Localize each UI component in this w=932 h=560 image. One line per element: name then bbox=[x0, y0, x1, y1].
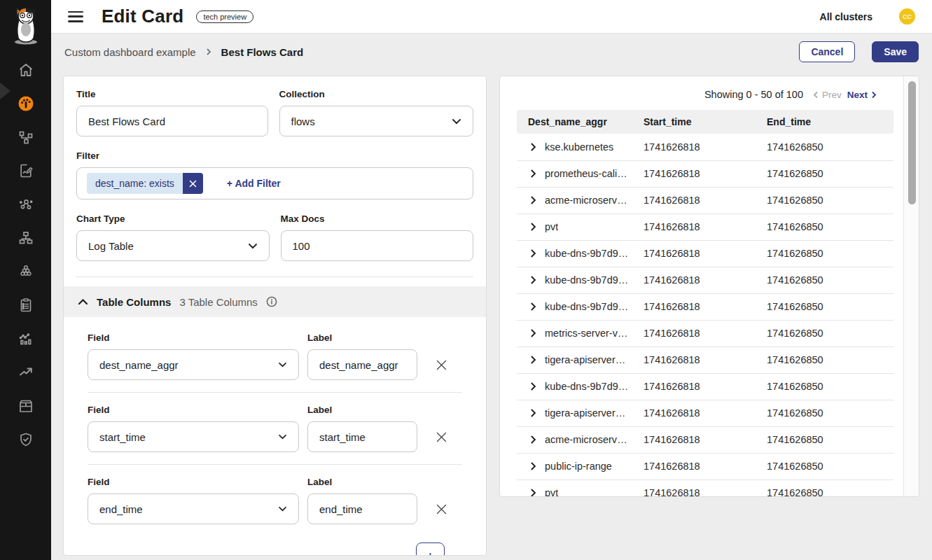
sidebar-item-network-sets[interactable] bbox=[12, 230, 40, 246]
table-row[interactable]: metrics-server-v1.3… 1741626818 17416268… bbox=[517, 320, 893, 346]
expand-row-icon[interactable] bbox=[531, 196, 536, 204]
table-row[interactable]: acme-microservice… 1741626818 1741626850 bbox=[517, 187, 893, 214]
table-columns-title: Table Columns bbox=[97, 296, 171, 308]
cell-start-time: 1741626818 bbox=[644, 426, 767, 453]
cluster-selector[interactable]: All clusters bbox=[820, 11, 872, 22]
vertical-scrollbar[interactable] bbox=[903, 76, 919, 496]
expand-row-icon[interactable] bbox=[531, 409, 536, 417]
table-row[interactable]: pvt 1741626818 1741626850 bbox=[517, 479, 893, 497]
sidebar-item-connections[interactable] bbox=[12, 196, 40, 213]
table-row[interactable]: kube-dns-9b7d977f… 1741626818 1741626850 bbox=[517, 267, 893, 293]
filter-chip-remove-icon[interactable] bbox=[183, 173, 203, 194]
chart-type-select[interactable]: Log Table bbox=[76, 230, 270, 261]
cell-dest-name: tigera-apiserver-6b… bbox=[545, 407, 629, 419]
remove-column-button[interactable] bbox=[426, 493, 457, 524]
expand-row-icon[interactable] bbox=[531, 169, 536, 178]
expand-row-icon[interactable] bbox=[531, 435, 536, 444]
cancel-button[interactable]: Cancel bbox=[799, 41, 855, 62]
close-icon bbox=[436, 431, 447, 443]
sidebar-item-service-graph[interactable] bbox=[12, 129, 40, 146]
row-divider bbox=[88, 392, 462, 393]
remove-column-button[interactable] bbox=[426, 421, 457, 452]
remove-column-button[interactable] bbox=[426, 349, 457, 380]
table-row[interactable]: pvt 1741626818 1741626850 bbox=[517, 214, 893, 240]
expand-row-icon[interactable] bbox=[531, 382, 536, 391]
add-filter-link[interactable]: + Add Filter bbox=[227, 178, 281, 189]
label-input[interactable] bbox=[307, 349, 417, 380]
sidebar-item-security[interactable] bbox=[12, 431, 40, 448]
column-header-end-time[interactable]: End_time bbox=[767, 110, 893, 134]
label-input[interactable] bbox=[307, 493, 417, 524]
next-button[interactable]: Next bbox=[847, 90, 877, 100]
expand-row-icon[interactable] bbox=[531, 223, 536, 231]
cell-end-time: 1741626850 bbox=[767, 187, 893, 214]
table-columns-section-header[interactable]: Table Columns 3 Table Columns bbox=[64, 286, 486, 317]
expand-row-icon[interactable] bbox=[531, 143, 536, 151]
cell-start-time: 1741626818 bbox=[644, 320, 767, 346]
cell-end-time: 1741626850 bbox=[767, 320, 893, 346]
cell-start-time: 1741626818 bbox=[644, 160, 767, 187]
expand-row-icon[interactable] bbox=[531, 249, 536, 258]
table-row[interactable]: kube-dns-9b7d977f… 1741626818 1741626850 bbox=[517, 293, 893, 320]
filter-box[interactable]: dest_name: exists + Add Filter bbox=[76, 167, 473, 200]
cell-start-time: 1741626818 bbox=[644, 453, 767, 479]
cell-dest-name: kube-dns-9b7d977f… bbox=[545, 381, 629, 392]
column-row: Field start_time Label bbox=[88, 405, 462, 452]
column-header-dest-name-aggr[interactable]: Dest_name_aggr bbox=[517, 110, 644, 134]
chevron-down-icon bbox=[278, 434, 287, 440]
field-select[interactable]: dest_name_aggr bbox=[88, 349, 299, 380]
calico-cat-logo[interactable] bbox=[8, 6, 44, 46]
expand-row-icon[interactable] bbox=[531, 302, 536, 311]
table-row[interactable]: acme-microservice… 1741626818 1741626850 bbox=[517, 426, 893, 453]
sidebar-item-home[interactable] bbox=[12, 62, 40, 78]
scrollbar-thumb[interactable] bbox=[908, 81, 916, 204]
table-row[interactable]: kube-dns-9b7d977f… 1741626818 1741626850 bbox=[517, 373, 893, 400]
expand-row-icon[interactable] bbox=[531, 462, 536, 470]
sidebar-item-packages[interactable] bbox=[12, 398, 40, 414]
chevron-right-icon bbox=[871, 91, 877, 99]
cell-dest-name: tigera-apiserver-6b… bbox=[545, 354, 629, 365]
table-row[interactable]: kse.kubernetes 1741626818 1741626850 bbox=[517, 134, 893, 160]
sidebar-item-policies[interactable] bbox=[12, 297, 40, 314]
breadcrumb-parent[interactable]: Custom dashboard example bbox=[64, 46, 196, 58]
expand-row-icon[interactable] bbox=[531, 329, 536, 337]
expand-row-icon[interactable] bbox=[531, 489, 536, 497]
expand-row-icon[interactable] bbox=[531, 356, 536, 364]
cell-dest-name: kube-dns-9b7d977f… bbox=[545, 248, 629, 259]
cell-dest-name: acme-microservice… bbox=[545, 434, 629, 445]
field-select[interactable]: end_time bbox=[88, 493, 299, 524]
title-label: Title bbox=[76, 89, 268, 99]
sidebar-item-logs[interactable] bbox=[12, 330, 40, 347]
field-label: Field bbox=[88, 477, 299, 487]
field-select[interactable]: start_time bbox=[88, 421, 299, 452]
title-input[interactable] bbox=[76, 106, 268, 136]
info-icon[interactable] bbox=[266, 296, 277, 307]
max-docs-input[interactable] bbox=[281, 230, 474, 261]
cell-start-time: 1741626818 bbox=[644, 346, 767, 373]
avatar[interactable]: CC bbox=[899, 8, 915, 24]
next-label: Next bbox=[847, 90, 868, 100]
sidebar-item-trends[interactable] bbox=[12, 364, 40, 381]
clipboard-list-icon bbox=[18, 297, 34, 314]
table-row[interactable]: prometheus-calico… 1741626818 1741626850 bbox=[517, 160, 893, 187]
collection-select[interactable]: flows bbox=[279, 106, 474, 136]
sidebar-item-dashboards[interactable] bbox=[12, 95, 40, 112]
menu-icon[interactable] bbox=[68, 11, 83, 22]
breadcrumb: Custom dashboard example Best Flows Card… bbox=[51, 34, 932, 70]
cell-end-time: 1741626850 bbox=[767, 373, 893, 400]
column-header-start-time[interactable]: Start_time bbox=[644, 110, 767, 134]
cell-end-time: 1741626850 bbox=[767, 479, 893, 497]
save-button[interactable]: Save bbox=[872, 41, 919, 62]
table-columns-count: 3 Table Columns bbox=[179, 296, 257, 308]
table-row[interactable]: public-ip-range 1741626818 1741626850 bbox=[517, 453, 893, 479]
sidebar-item-reports[interactable] bbox=[12, 162, 40, 179]
table-row[interactable]: tigera-apiserver-6b… 1741626818 17416268… bbox=[517, 400, 893, 426]
table-row[interactable]: tigera-apiserver-6b… 1741626818 17416268… bbox=[517, 346, 893, 373]
prev-button[interactable]: Prev bbox=[813, 90, 842, 100]
label-input[interactable] bbox=[307, 421, 417, 452]
expand-row-icon[interactable] bbox=[531, 276, 536, 284]
sidebar-item-clusters[interactable] bbox=[12, 263, 40, 280]
add-column-button[interactable]: + bbox=[416, 542, 445, 556]
table-row[interactable]: kube-dns-9b7d977f… 1741626818 1741626850 bbox=[517, 240, 893, 267]
cell-start-time: 1741626818 bbox=[644, 373, 767, 400]
